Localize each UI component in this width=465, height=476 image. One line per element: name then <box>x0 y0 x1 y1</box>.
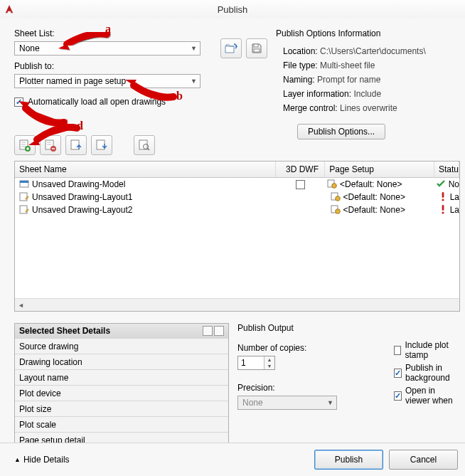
page-setup-value: <Default: None> <box>340 179 402 189</box>
caret-up-icon: ▲ <box>14 456 21 463</box>
scroll-left-icon[interactable]: ◄ <box>15 299 27 311</box>
svg-rect-12 <box>71 140 79 149</box>
page-setup-icon <box>327 179 337 191</box>
window-title: Publish <box>0 4 465 15</box>
alert-icon <box>440 204 447 216</box>
info-location-value: C:\Users\Carter\documents\ <box>320 46 426 56</box>
move-up-button[interactable] <box>65 135 87 155</box>
svg-rect-25 <box>442 192 444 198</box>
precision-value: None <box>242 398 263 408</box>
include-stamp-row[interactable]: Include plot stamp <box>394 340 458 360</box>
preview-button[interactable] <box>134 135 155 155</box>
selected-sheet-details: Selected Sheet Details Source drawingDra… <box>14 323 229 447</box>
sheet-list-value: None <box>19 43 40 53</box>
details-row: Layout name <box>15 369 228 385</box>
chevron-down-icon: ▼ <box>191 45 197 52</box>
import-sheet-list-button[interactable] <box>220 38 242 58</box>
save-sheet-list-button[interactable] <box>246 38 267 58</box>
details-icon-a[interactable] <box>203 326 213 336</box>
info-filetype-label: File type: <box>283 60 318 70</box>
publish-options-button[interactable]: Publish Options... <box>297 124 385 139</box>
details-heading: Selected Sheet Details <box>19 326 110 336</box>
info-filetype-value: Multi-sheet file <box>320 60 375 70</box>
sheet-table: Sheet Name 3D DWF Page Setup Statu Unsav… <box>14 161 460 312</box>
details-row: Source drawing <box>15 338 228 354</box>
open-viewer-checkbox[interactable] <box>394 391 402 401</box>
spin-up-icon[interactable]: ▲ <box>264 356 274 363</box>
3d-dwf-checkbox[interactable] <box>296 180 305 189</box>
col-status[interactable]: Statu <box>434 162 459 177</box>
auto-load-row[interactable]: Automatically load all open drawings <box>14 97 166 107</box>
svg-rect-2 <box>254 49 260 52</box>
details-row: Drawing location <box>15 354 228 369</box>
horizontal-scrollbar[interactable]: ◄ <box>15 298 459 311</box>
info-naming-value: Prompt for name <box>317 75 380 85</box>
copies-spinner[interactable]: ▲▼ <box>237 356 275 370</box>
spin-down-icon[interactable]: ▼ <box>264 363 274 369</box>
auto-load-checkbox[interactable] <box>14 97 23 107</box>
status-text: La <box>450 205 459 215</box>
info-layer-value: Include <box>353 89 381 99</box>
sheet-list-combo[interactable]: None ▼ <box>14 41 201 55</box>
chevron-down-icon: ▼ <box>191 78 197 85</box>
annotation-tag-a: a <box>105 23 111 36</box>
sheet-name: Unsaved Drawing-Layout2 <box>32 205 132 215</box>
info-heading: Publish Options Information <box>276 28 458 38</box>
publish-bg-label: Publish in background <box>405 363 458 383</box>
svg-point-24 <box>442 199 444 201</box>
open-viewer-row[interactable]: Open in viewer when <box>394 386 458 406</box>
col-3d-dwf[interactable]: 3D DWF <box>276 162 325 177</box>
col-page-setup[interactable]: Page Setup <box>325 162 434 177</box>
details-row: Plot scale <box>15 416 228 432</box>
info-merge-label: Merge control: <box>283 103 338 113</box>
svg-point-20 <box>332 183 337 188</box>
page-setup-value: <Default: None> <box>343 192 405 202</box>
table-row[interactable]: Unsaved Drawing-Layout2<Default: None>La <box>15 203 459 216</box>
hide-details-label: Hide Details <box>23 455 70 465</box>
precision-combo[interactable]: None ▼ <box>237 396 337 410</box>
titlebar: Publish <box>0 0 465 19</box>
svg-line-16 <box>148 149 150 151</box>
publish-options-info: Publish Options Information Location: C:… <box>276 28 458 139</box>
hide-details-button[interactable]: ▲ Hide Details <box>14 455 70 465</box>
svg-rect-13 <box>97 140 105 149</box>
info-naming-label: Naming: <box>283 75 315 85</box>
publish-to-label: Publish to: <box>14 61 54 71</box>
copies-input[interactable] <box>238 356 264 369</box>
svg-point-29 <box>442 211 444 213</box>
sheet-table-header: Sheet Name 3D DWF Page Setup Statu <box>15 162 459 178</box>
col-sheet-name[interactable]: Sheet Name <box>15 162 276 177</box>
info-layer-label: Layer information: <box>283 89 351 99</box>
page-setup-icon <box>331 191 341 203</box>
svg-rect-0 <box>225 46 234 53</box>
sheet-name: Unsaved Drawing-Layout1 <box>32 192 132 202</box>
layout-sheet-icon <box>19 191 29 203</box>
include-stamp-label: Include plot stamp <box>405 340 458 360</box>
cancel-button[interactable]: Cancel <box>389 450 458 470</box>
sheet-list-label: Sheet List: <box>14 28 55 38</box>
table-row[interactable]: Unsaved Drawing-Layout1<Default: None>La <box>15 191 459 203</box>
info-location-label: Location: <box>283 46 318 56</box>
chevron-down-icon: ▼ <box>327 399 333 406</box>
details-icon-b[interactable] <box>214 326 224 336</box>
move-down-button[interactable] <box>91 135 112 155</box>
auto-load-label: Automatically load all open drawings <box>28 97 166 107</box>
add-sheets-button[interactable] <box>14 135 36 155</box>
publish-bg-row[interactable]: Publish in background <box>394 363 458 383</box>
page-setup-icon <box>331 204 341 216</box>
svg-point-28 <box>335 208 340 213</box>
check-icon <box>436 179 446 190</box>
include-stamp-checkbox[interactable] <box>394 346 401 355</box>
table-row[interactable]: Unsaved Drawing-Model<Default: None>No <box>15 178 459 191</box>
publish-to-combo[interactable]: Plotter named in page setup ▼ <box>14 74 201 88</box>
info-merge-value: Lines overwrite <box>340 103 397 113</box>
remove-sheets-button[interactable] <box>40 135 61 155</box>
sheet-name: Unsaved Drawing-Model <box>32 179 125 189</box>
app-icon <box>4 4 14 14</box>
svg-point-23 <box>335 196 340 201</box>
annotation-tag-d: d <box>77 120 83 132</box>
publish-button[interactable]: Publish <box>314 450 383 470</box>
publish-bg-checkbox[interactable] <box>394 369 402 378</box>
publish-output-heading: Publish Output <box>237 323 458 333</box>
annotation-tag-b: b <box>176 90 183 102</box>
